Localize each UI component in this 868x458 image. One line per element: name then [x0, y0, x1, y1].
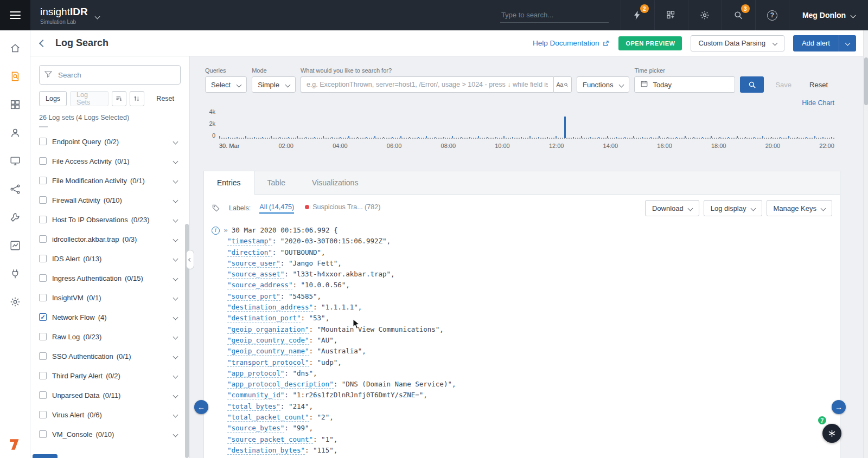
resize-handle[interactable] [39, 126, 48, 127]
logset-checkbox[interactable] [39, 255, 47, 262]
functions-dropdown[interactable]: Functions [577, 76, 629, 93]
case-sensitivity-button[interactable]: Aa [553, 76, 572, 93]
logset-checkbox[interactable] [39, 372, 47, 379]
nav-settings[interactable] [4, 291, 26, 313]
brand-chevron-icon[interactable] [94, 14, 100, 19]
chevron-down-icon[interactable] [173, 217, 178, 222]
nav-home[interactable] [4, 37, 26, 60]
log-key[interactable]: "geoip_country_code" [227, 336, 309, 345]
chevron-down-icon[interactable] [173, 256, 178, 261]
nav-integrations[interactable] [4, 262, 26, 285]
logset-row[interactable]: Host To IP Observations(0/23) [39, 210, 181, 229]
hamburger-menu-button[interactable] [0, 0, 30, 30]
logset-checkbox[interactable] [39, 235, 47, 243]
logset-row[interactable]: Endpoint Query(0/2) [39, 132, 181, 151]
logset-row[interactable]: Unparsed Data(0/11) [39, 385, 181, 405]
logset-row[interactable]: Third Party Alert(0/2) [39, 366, 181, 385]
help-documentation-link[interactable]: Help Documentation [533, 39, 610, 47]
log-key[interactable]: "transport_protocol" [227, 358, 309, 367]
hide-chart-link[interactable]: Hide Chart [802, 99, 834, 107]
logset-row[interactable]: File Modification Activity(0/1) [39, 171, 181, 190]
global-search-input[interactable] [500, 8, 609, 23]
logset-checkbox[interactable]: ✓ [39, 313, 47, 321]
chevron-down-icon[interactable] [173, 314, 178, 320]
chevron-down-icon[interactable] [173, 236, 178, 242]
log-key[interactable]: "timestamp" [227, 237, 272, 246]
mode-select[interactable]: Simple [252, 76, 296, 93]
logset-checkbox[interactable] [39, 216, 47, 223]
log-key[interactable]: "geoip_country_name" [227, 347, 309, 356]
page-scrollbar-thumb[interactable] [864, 57, 868, 105]
logset-checkbox[interactable] [39, 411, 47, 418]
add-alert-button[interactable]: Add alert [793, 35, 856, 51]
logset-row[interactable]: Ingress Authentication(0/15) [39, 268, 181, 288]
log-key[interactable]: "source_bytes" [227, 424, 284, 433]
logset-checkbox[interactable] [39, 352, 47, 360]
sort-amount-button[interactable] [112, 91, 126, 106]
manage-keys-button[interactable]: Manage Keys [767, 200, 833, 216]
nav-tools[interactable] [4, 206, 26, 229]
tab-table[interactable]: Table [254, 171, 299, 195]
label-filter[interactable]: All (14,475) [259, 203, 294, 214]
panel-collapse-handle[interactable] [186, 250, 194, 269]
tab-entries[interactable]: Entries [204, 171, 254, 195]
query-reset-button[interactable]: Reset [803, 76, 834, 93]
nav-users[interactable] [4, 121, 26, 144]
logset-checkbox[interactable] [39, 294, 47, 301]
log-key[interactable]: "app_protocol_description" [227, 380, 334, 389]
time-picker[interactable]: Today [634, 76, 735, 93]
log-key[interactable]: "community_id" [227, 391, 284, 399]
brand[interactable]: insightIDR Simulation Lab [30, 0, 99, 30]
logset-checkbox[interactable] [39, 430, 47, 438]
logset-row[interactable]: Raw Log(0/23) [39, 327, 181, 346]
chevron-down-icon[interactable] [173, 275, 178, 281]
log-key[interactable]: "destination_address" [227, 303, 313, 312]
logset-checkbox[interactable] [39, 138, 47, 145]
user-menu[interactable]: Meg Donlon [789, 0, 868, 30]
logset-row[interactable]: File Access Activity(0/1) [39, 151, 181, 171]
settings-button[interactable] [688, 0, 722, 30]
chevron-down-icon[interactable] [173, 197, 178, 203]
log-sets-button[interactable]: Log Sets [70, 91, 108, 106]
chevron-down-icon[interactable] [173, 353, 178, 359]
chevron-down-icon[interactable] [173, 373, 178, 378]
sort-direction-button[interactable] [130, 91, 144, 106]
logset-row[interactable]: idrcollector.akbar.trap(0/3) [39, 229, 181, 249]
logset-checkbox[interactable] [39, 274, 47, 282]
logset-row[interactable]: Firewall Activity(0/10) [39, 190, 181, 210]
log-key[interactable]: "geoip_organization" [227, 325, 309, 334]
nav-dashboards[interactable] [4, 93, 26, 116]
log-key[interactable]: "app_protocol" [227, 369, 284, 378]
quick-actions-button[interactable]: 2 [621, 0, 654, 30]
run-search-button[interactable] [740, 76, 764, 93]
logset-row[interactable]: VM_Console(0/10) [39, 424, 181, 444]
label-filter[interactable]: Suspicious Tra... (782) [305, 203, 380, 214]
logs-button[interactable]: Logs [39, 91, 67, 106]
nav-endpoints[interactable] [4, 150, 26, 172]
nav-log-search[interactable] [4, 65, 26, 88]
logset-checkbox[interactable] [39, 391, 47, 399]
logsets-reset-button[interactable]: Reset [150, 91, 181, 106]
nav-reports[interactable] [4, 234, 26, 257]
log-key[interactable]: "total_packet_count" [227, 413, 309, 422]
chevron-down-icon[interactable] [173, 431, 178, 437]
open-preview-button[interactable]: OPEN PREVIEW [618, 36, 682, 50]
logsets-search-input[interactable] [39, 65, 181, 85]
log-key[interactable]: "total_bytes" [227, 402, 280, 411]
prev-page-button[interactable]: ← [194, 400, 208, 414]
logset-row[interactable]: SSO Authentication(0/1) [39, 346, 181, 366]
tab-visualizations[interactable]: Visualizations [299, 171, 372, 195]
logset-row[interactable]: Virus Alert(0/6) [39, 405, 181, 424]
assistant-button[interactable] [822, 424, 841, 443]
apps-button[interactable] [654, 0, 688, 30]
chevron-down-icon[interactable] [173, 139, 178, 144]
log-key[interactable]: "source_port" [227, 292, 280, 301]
custom-data-parsing-dropdown[interactable]: Custom Data Parsing [691, 35, 784, 51]
download-button[interactable]: Download [645, 200, 699, 216]
back-button[interactable] [39, 39, 47, 47]
chevron-down-icon[interactable] [173, 412, 178, 417]
help-button[interactable]: ? [755, 0, 789, 30]
log-key[interactable]: "source_packet_count" [227, 435, 313, 444]
chevron-down-icon[interactable] [173, 334, 178, 339]
logset-checkbox[interactable] [39, 196, 47, 204]
